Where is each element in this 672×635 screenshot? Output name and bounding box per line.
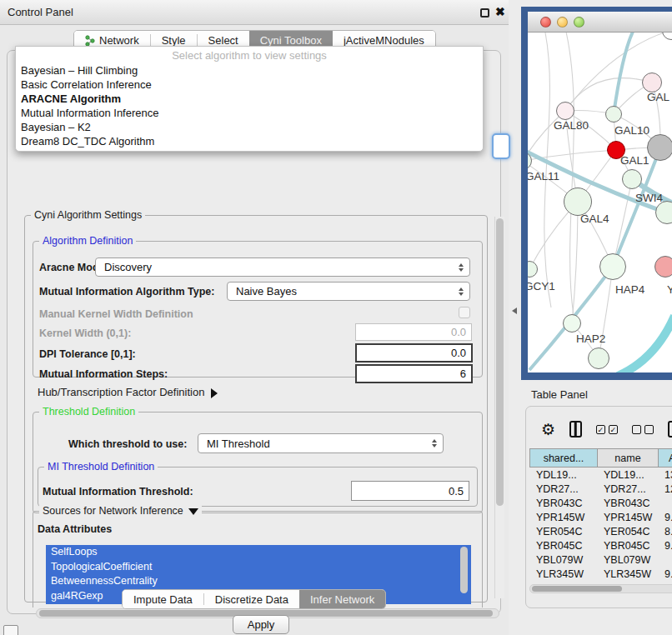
- cell[interactable]: YDL19...: [597, 468, 658, 482]
- table-row[interactable]: YBL079W YBL079W: [529, 552, 672, 567]
- mi-type-combo[interactable]: Naive Bayes: [227, 282, 470, 301]
- float-icon[interactable]: [480, 8, 489, 18]
- node-green-right[interactable]: [655, 201, 672, 224]
- node-swi4[interactable]: [622, 169, 642, 189]
- tab-impute-data[interactable]: Impute Data: [123, 590, 203, 608]
- cell[interactable]: 13: [658, 468, 672, 482]
- table-row[interactable]: YBR045C YBR045C 9.: [529, 538, 672, 552]
- cell[interactable]: YPR145W: [597, 510, 658, 524]
- cell[interactable]: YIL052C: [529, 581, 597, 582]
- table-row[interactable]: YBR043C YBR043C: [529, 496, 672, 510]
- kernel-width-field[interactable]: 0.0: [355, 323, 472, 341]
- cell[interactable]: YDR27...: [597, 482, 658, 496]
- column-header[interactable]: A: [658, 448, 672, 468]
- cell[interactable]: 9.: [658, 567, 672, 581]
- cell[interactable]: YBL079W: [597, 552, 658, 567]
- cell[interactable]: YIL052C: [597, 581, 658, 582]
- cell[interactable]: YBR043C: [597, 496, 658, 510]
- split-pane-collapse-arrow[interactable]: [512, 308, 517, 314]
- scrollbar-thumb[interactable]: [532, 586, 622, 592]
- cell[interactable]: YPR145W: [529, 510, 597, 524]
- cell[interactable]: YER054C: [529, 524, 597, 538]
- table-row[interactable]: YDR27... YDR27... 12: [529, 482, 672, 496]
- menu-item-selected[interactable]: ARACNE Algorithm: [16, 92, 483, 106]
- network-tab-icon: [85, 35, 95, 46]
- cell[interactable]: 9.: [658, 510, 672, 524]
- cell[interactable]: YDR27...: [529, 482, 597, 496]
- mi-type-label: Mutual Information Algorithm Type:: [39, 286, 214, 298]
- tab-infer-network[interactable]: Infer Network: [299, 590, 385, 608]
- menu-item[interactable]: Basic Correlation Inference: [16, 78, 483, 92]
- mi-threshold-field[interactable]: 0.5: [351, 481, 469, 501]
- node-gray-large[interactable]: [647, 134, 672, 161]
- cell[interactable]: 9: [658, 581, 672, 582]
- node-hap4[interactable]: [599, 253, 626, 280]
- hub-definition-toggle[interactable]: Hub/Transcription Factor Definition: [38, 386, 218, 398]
- unchecked-boxes-icon[interactable]: [632, 425, 654, 434]
- list-item[interactable]: SelfLoops: [46, 545, 471, 560]
- cell[interactable]: YBR045C: [529, 538, 597, 552]
- node-salmon-right[interactable]: [654, 256, 672, 278]
- checked-boxes-icon[interactable]: ✓✓: [596, 425, 618, 434]
- close-icon[interactable]: ✖: [495, 5, 505, 18]
- file-icon[interactable]: [668, 421, 672, 438]
- mi-steps-field[interactable]: 6: [355, 364, 473, 383]
- sources-title[interactable]: Sources for Network Inference: [39, 505, 202, 517]
- menu-item[interactable]: Bayesian – K2: [16, 120, 483, 134]
- tab-discretize-data[interactable]: Discretize Data: [204, 590, 299, 608]
- cell[interactable]: YDL19...: [529, 468, 597, 482]
- node-gal10[interactable]: [605, 106, 622, 122]
- node-hap2[interactable]: [563, 314, 581, 332]
- table-row[interactable]: YPR145W YPR145W 9.: [529, 510, 672, 524]
- tab-style-label: Style: [162, 34, 186, 47]
- settings-vertical-scrollbar[interactable]: [494, 217, 504, 598]
- node-pink-top[interactable]: [642, 72, 662, 92]
- cell[interactable]: YER054C: [597, 524, 658, 538]
- cell[interactable]: [658, 552, 672, 567]
- manual-kernel-checkbox[interactable]: [459, 307, 470, 318]
- menu-item[interactable]: Dream8 DC_TDC Algorithm: [16, 134, 483, 148]
- cell[interactable]: YLR345W: [597, 567, 658, 581]
- algorithm-definition-title: Algorithm Definition: [39, 235, 136, 247]
- node-table[interactable]: shared... name A YDL19... YDL19... 13 YD…: [529, 448, 672, 582]
- inference-algorithm-combo-fragment[interactable]: [492, 133, 510, 159]
- columns-icon[interactable]: [569, 421, 582, 438]
- control-panel-title: Control Panel: [8, 6, 73, 18]
- gear-icon[interactable]: ⚙: [541, 422, 555, 438]
- table-row[interactable]: YIL052C YIL052C 9: [529, 581, 672, 582]
- hub-definition-label: Hub/Transcription Factor Definition: [38, 386, 204, 398]
- node-bottom-partial[interactable]: [588, 348, 609, 369]
- cell[interactable]: 8.: [658, 524, 672, 538]
- cell[interactable]: [658, 496, 672, 510]
- aracne-mode-combo[interactable]: Discovery: [95, 258, 470, 277]
- cell[interactable]: YBR045C: [597, 538, 658, 552]
- cell[interactable]: YBL079W: [529, 552, 597, 567]
- list-item[interactable]: TopologicalCoefficient: [46, 560, 471, 575]
- node-gal80[interactable]: [556, 102, 574, 120]
- list-item[interactable]: BetweennessCentrality: [46, 574, 471, 589]
- column-header[interactable]: shared...: [529, 448, 597, 468]
- list-scrollbar[interactable]: [460, 547, 468, 593]
- minimize-traffic-light[interactable]: [557, 17, 568, 28]
- cell[interactable]: 9.: [658, 538, 672, 552]
- scrollbar-thumb[interactable]: [496, 218, 504, 506]
- which-threshold-combo[interactable]: MI Threshold: [198, 433, 444, 453]
- dpi-tolerance-field[interactable]: 0.0: [355, 343, 473, 362]
- node-gal4[interactable]: [564, 188, 592, 216]
- zoom-traffic-light[interactable]: [574, 17, 584, 28]
- table-horizontal-scrollbar[interactable]: [529, 584, 672, 593]
- apply-button[interactable]: Apply: [233, 615, 289, 634]
- docked-window-icon[interactable]: [3, 625, 18, 635]
- menu-item[interactable]: Mutual Information Inference: [16, 106, 483, 120]
- column-header[interactable]: name: [597, 448, 658, 468]
- table-row[interactable]: YDL19... YDL19... 13: [529, 468, 672, 482]
- menu-item[interactable]: Bayesian – Hill Climbing: [16, 63, 483, 78]
- close-traffic-light[interactable]: [540, 17, 551, 28]
- network-canvas[interactable]: GAL GAL80 GAL10 GAL1 GAL11 SWI4 GAL4 GCY…: [528, 32, 672, 372]
- cell[interactable]: 12: [658, 482, 672, 496]
- cell[interactable]: YLR345W: [529, 567, 597, 581]
- table-row[interactable]: YLR345W YLR345W 9.: [529, 567, 672, 581]
- network-window-titlebar[interactable]: [528, 12, 672, 32]
- table-row[interactable]: YER054C YER054C 8.: [529, 524, 672, 538]
- cell[interactable]: YBR043C: [529, 496, 597, 510]
